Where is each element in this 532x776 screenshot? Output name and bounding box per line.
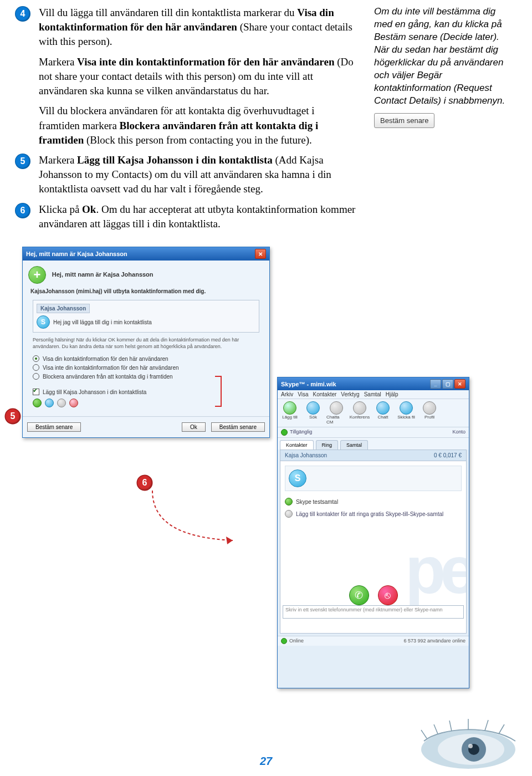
menu-help[interactable]: Hjälp: [386, 391, 398, 397]
contact-line-test[interactable]: Skype testsamtal: [280, 496, 466, 508]
hangup-button[interactable]: ⎋: [378, 585, 398, 605]
sidebar-text: Om du inte vill bestämma dig med en gång…: [374, 6, 507, 108]
step-6: 6 Klicka på Ok. Om du har accepterat att…: [39, 202, 357, 231]
call-buttons: ✆ ⎋: [280, 585, 466, 605]
tb-send[interactable]: Skicka fil: [396, 401, 416, 420]
pointer-arrow: [147, 488, 241, 554]
svg-marker-0: [226, 537, 233, 544]
decide-later-button-example: Bestäm senare: [374, 113, 434, 129]
tb-label: Lägg till: [282, 415, 298, 420]
maximize-icon[interactable]: ▢: [442, 379, 453, 389]
menu-call[interactable]: Samtal: [364, 391, 381, 397]
option-block[interactable]: Blockera användaren från att kontakta di…: [33, 373, 259, 380]
contact-card-title: Kajsa Johansson: [37, 304, 90, 313]
radio-icon[interactable]: [33, 373, 39, 380]
conference-icon: [330, 401, 343, 415]
add-icon: [283, 401, 296, 415]
step4-p3: Vill du blockera användaren för att kont…: [39, 104, 357, 147]
minimize-icon[interactable]: _: [430, 379, 441, 389]
decide-later-button-2[interactable]: Bestäm senare: [211, 422, 265, 432]
account-link[interactable]: Konto: [452, 429, 466, 436]
tab-contacts[interactable]: Kontakter: [280, 440, 314, 450]
close-icon[interactable]: ✕: [255, 249, 266, 259]
option-noshare-label: Visa inte din kontaktinformation för den…: [43, 365, 179, 371]
callout-bracket-4: [215, 376, 222, 407]
step-5: 5 Markera Lägg till Kajsa Johansson i di…: [39, 153, 357, 197]
option-noshare[interactable]: Visa inte din kontaktinformation för den…: [33, 364, 259, 371]
skype-main-window: Skype™ - mimi.wik _ ▢ ✕ Arkiv Visa Konta…: [277, 377, 469, 688]
decide-later-button[interactable]: Bestäm senare: [27, 422, 81, 432]
tb-label: Chatta CM: [326, 415, 346, 425]
tb-conf2[interactable]: Konferens: [350, 401, 370, 420]
tb-label: Chatt: [377, 415, 388, 420]
contact-name: Kajsa Johansson: [285, 452, 327, 458]
menu-tools[interactable]: Verktyg: [341, 391, 359, 397]
svg-line-11: [499, 724, 504, 734]
status-icon: [33, 399, 42, 407]
tb-search[interactable]: Sök: [303, 401, 323, 420]
step4-p1a: Vill du lägga till användaren till din k…: [39, 7, 297, 18]
dialog-title: Hej, mitt namn är Kajsa Johansson: [26, 251, 127, 257]
menu-file[interactable]: Arkiv: [281, 391, 293, 397]
dialog-titlebar[interactable]: Hej, mitt namn är Kajsa Johansson ✕: [23, 247, 269, 261]
contact-card: Kajsa Johansson S Hej jag vill lägga til…: [33, 300, 259, 333]
dial-input[interactable]: Skriv in ett svenskt telefonnummer (med …: [283, 605, 464, 619]
dialog-note: Personlig hälsning! När du klickar OK ko…: [33, 337, 259, 350]
contact-card-panel: S: [285, 466, 462, 491]
status-bar: Online 6 573 992 användare online: [278, 636, 469, 646]
skype-avatar-icon: S: [289, 469, 306, 487]
tb-conf[interactable]: Chatta CM: [326, 401, 346, 425]
status-icon: [45, 399, 54, 407]
tab-dial[interactable]: Ring: [316, 440, 339, 450]
call-button[interactable]: ✆: [349, 585, 369, 605]
option-block-label: Blockera användaren från att kontakta di…: [43, 374, 173, 380]
status-dot-icon: [285, 498, 293, 506]
callout-badge-6: 6: [137, 476, 152, 490]
radio-icon[interactable]: [33, 355, 39, 362]
tb-add[interactable]: Lägg till: [280, 401, 300, 420]
menu-contacts[interactable]: Kontakter: [313, 391, 337, 397]
radio-icon[interactable]: [33, 364, 39, 371]
sidebar-tip: Om du inte vill bestämma dig med en gång…: [374, 6, 507, 128]
option-addcontact[interactable]: Lägg till Kajsa Johansson i din kontaktl…: [33, 389, 259, 395]
main-text-column: 4 Vill du lägga till användaren till din…: [39, 6, 357, 237]
ok-button[interactable]: Ok: [182, 422, 206, 432]
menu-view[interactable]: Visa: [298, 391, 308, 397]
step4-p3c: (Block this person from contacting you i…: [84, 134, 312, 146]
tb-profile[interactable]: Profil: [420, 401, 439, 420]
status-icon: [57, 399, 66, 407]
contact-request-dialog: Hej, mitt namn är Kajsa Johansson ✕ + He…: [22, 247, 270, 438]
tb-label: Konferens: [350, 415, 370, 420]
status-row: Tillgänglig Konto: [278, 427, 469, 438]
chat-icon: [376, 401, 390, 415]
tb-chat[interactable]: Chatt: [373, 401, 393, 420]
contact-line-addmore[interactable]: Lägg till kontakter för att ringa gratis…: [280, 508, 466, 520]
skype-title: Skype™ - mimi.wik: [281, 381, 336, 387]
step4-p2b: Visa inte din kontaktinformation för den…: [77, 56, 334, 68]
statusbar-left: Online: [289, 638, 304, 644]
menu-bar[interactable]: Arkiv Visa Kontakter Verktyg Samtal Hjäl…: [278, 390, 469, 399]
skype-titlebar[interactable]: Skype™ - mimi.wik _ ▢ ✕: [278, 377, 469, 390]
step-number-6: 6: [16, 203, 30, 218]
status-dot-icon: [281, 638, 287, 644]
status-text[interactable]: Tillgänglig: [290, 429, 312, 435]
checkbox-icon[interactable]: [33, 389, 39, 395]
option-share[interactable]: Visa din kontaktinformation för den här …: [33, 355, 259, 362]
step-4: 4 Vill du lägga till användaren till din…: [39, 6, 357, 49]
step4-p2a: Markera: [39, 56, 77, 68]
close-icon[interactable]: ✕: [454, 379, 466, 389]
step4-p2: Markera Visa inte din kontaktinformation…: [39, 55, 357, 99]
tab-history[interactable]: Samtal: [340, 440, 368, 450]
contact-header[interactable]: Kajsa Johansson 0 € 0,017 €: [280, 450, 466, 461]
contact-line-label: Skype testsamtal: [296, 499, 338, 505]
contact-rate: 0 € 0,017 €: [434, 452, 462, 458]
dialog-buttons: Bestäm senare Ok Bestäm senare: [23, 416, 269, 437]
tb-label: Profil: [424, 415, 434, 420]
profile-icon: [423, 401, 436, 415]
step6-p1a: Klicka på: [39, 203, 82, 215]
contact-line-label: Lägg till kontakter för att ringa gratis…: [296, 511, 443, 517]
tabs: Kontakter Ring Samtal: [278, 438, 469, 450]
svg-line-10: [485, 720, 488, 731]
tb-label: Sök: [309, 415, 317, 420]
search-icon: [306, 401, 320, 415]
